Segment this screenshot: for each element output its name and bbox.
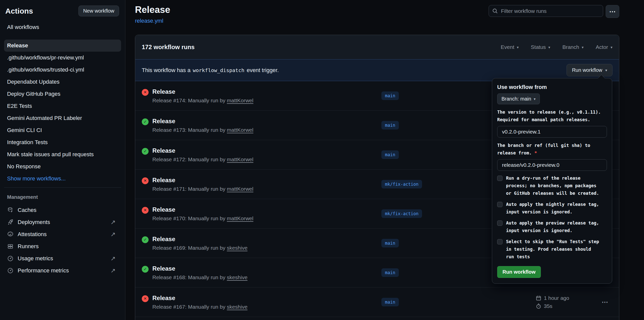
version-input-label: The version to release (e.g., v0.1.11). …	[497, 108, 607, 123]
all-workflows-link[interactable]: All workflows	[7, 24, 125, 30]
workflow-run-row: ✕ Release Release #167: Manually run by …	[135, 287, 619, 317]
management-label: Attestations	[18, 231, 106, 238]
branch-badge[interactable]: main	[381, 298, 399, 306]
dispatch-checkbox-row[interactable]: Select to skip the "Run Tests" step in t…	[497, 238, 607, 261]
sidebar-workflow-item[interactable]: Release	[4, 40, 121, 52]
checkbox[interactable]	[497, 239, 502, 244]
run-title-link[interactable]: Release	[152, 118, 253, 125]
run-status-icon: ✕	[142, 89, 149, 96]
run-actor-link[interactable]: skeshive	[227, 245, 247, 251]
run-title-link[interactable]: Release	[152, 177, 253, 184]
run-actor-link[interactable]: skeshive	[227, 304, 247, 310]
branch-badge[interactable]: main	[381, 121, 399, 130]
run-description: Release #171: Manually run by	[152, 186, 226, 192]
run-actor-link[interactable]: mattKorwel	[227, 127, 253, 133]
runs-count: 172 workflow runs	[142, 44, 194, 51]
workflow-name: No Response	[7, 163, 41, 170]
run-title-link[interactable]: Release	[152, 265, 247, 272]
branch-selector-button[interactable]: Branch: main ▾	[497, 93, 540, 104]
branch-badge[interactable]: mk/fix-action	[381, 209, 422, 218]
kebab-icon[interactable]: ⋯	[606, 5, 619, 18]
run-title-link[interactable]: Release	[152, 236, 247, 243]
sidebar-management-item[interactable]: Deployments ↗	[4, 216, 121, 228]
chevron-down-icon: ▾	[605, 68, 607, 72]
meter-icon	[7, 255, 14, 262]
branch-badge[interactable]: main	[381, 268, 399, 277]
branch-badge[interactable]: mk/fix-action	[381, 180, 422, 188]
run-actor-link[interactable]: mattKorwel	[227, 215, 253, 221]
run-workflow-submit-button[interactable]: Run workflow	[497, 266, 541, 278]
version-input[interactable]	[497, 126, 607, 138]
checkbox[interactable]	[497, 176, 502, 181]
run-description: Release #174: Manually run by	[152, 98, 226, 103]
run-kebab-icon[interactable]: ⋯	[597, 298, 612, 306]
run-description: Release #170: Manually run by	[152, 215, 226, 221]
chevron-down-icon: ▾	[534, 97, 536, 101]
workflow-name: .github/workflows/trusted-ci.yml	[7, 67, 84, 73]
new-workflow-button[interactable]: New workflow	[78, 6, 119, 16]
filter-dropdown-actor[interactable]: Actor ▾	[596, 44, 612, 50]
sidebar-workflow-item[interactable]: Integration Tests	[4, 136, 121, 148]
run-title-link[interactable]: Release	[152, 88, 253, 95]
run-workflow-dropdown-button[interactable]: Run workflow ▾	[567, 64, 612, 76]
workflow-file-link[interactable]: release.yml	[135, 18, 163, 24]
sidebar-workflow-item[interactable]: .github/workflows/pr-review.yml	[4, 52, 121, 64]
sidebar-title: Actions	[5, 7, 33, 15]
external-link-icon: ↗	[110, 255, 116, 262]
filter-runs-input[interactable]	[489, 5, 603, 17]
show-more-workflows-link[interactable]: Show more workflows...	[4, 173, 121, 185]
workflow-list: Release .github/workflows/pr-review.yml …	[0, 40, 125, 173]
run-actor-link[interactable]: mattKorwel	[227, 98, 253, 103]
external-link-icon: ↗	[110, 231, 116, 238]
run-actor-link[interactable]: skeshive	[227, 274, 247, 280]
filter-dropdown-status[interactable]: Status ▾	[531, 44, 550, 50]
sidebar-management-item[interactable]: Runners ↗	[4, 240, 121, 252]
run-actor-link[interactable]: mattKorwel	[227, 186, 253, 192]
branch-badge[interactable]: main	[381, 150, 399, 159]
ref-input-label: The branch or ref (full git sha) to rele…	[497, 142, 607, 157]
run-description: Release #167: Manually run by	[152, 304, 226, 310]
branch-badge[interactable]: main	[381, 91, 399, 100]
management-label: Usage metrics	[18, 255, 106, 262]
dispatch-checkbox-row[interactable]: Run a dry-run of the release process; no…	[497, 174, 607, 197]
chevron-down-icon: ▾	[548, 45, 550, 49]
workflow-dispatch-banner: This workflow has a workflow_dispatch ev…	[135, 59, 619, 81]
sidebar-workflow-item[interactable]: .github/workflows/trusted-ci.yml	[4, 64, 121, 76]
sidebar-management-item[interactable]: Usage metrics ↗	[4, 252, 121, 265]
run-description: Release #169: Manually run by	[152, 245, 226, 251]
sidebar-management-item[interactable]: Caches ↗	[4, 204, 121, 216]
management-heading: Management	[7, 194, 125, 200]
sidebar-workflow-item[interactable]: Dependabot Updates	[4, 76, 121, 88]
sidebar-management-item[interactable]: Performance metrics ↗	[4, 265, 121, 277]
run-status-icon: ✕	[142, 207, 149, 214]
run-status-icon: ✓	[142, 118, 149, 125]
sidebar-management-item[interactable]: Attestations ↗	[4, 228, 121, 240]
search-icon	[492, 8, 498, 14]
sidebar-workflow-item[interactable]: Gemini CLI CI	[4, 124, 121, 136]
filter-dropdown-branch[interactable]: Branch ▾	[562, 44, 583, 50]
sidebar-workflow-item[interactable]: E2E Tests	[4, 100, 121, 112]
workflow-dispatch-code: workflow_dispatch	[193, 67, 244, 73]
run-title-link[interactable]: Release	[152, 295, 247, 302]
run-title-link[interactable]: Release	[152, 206, 253, 213]
run-status-icon: ✓	[142, 266, 149, 273]
branch-badge[interactable]: main	[381, 239, 399, 247]
verified-icon	[7, 231, 14, 238]
run-actor-link[interactable]: mattKorwel	[227, 156, 253, 162]
ref-input[interactable]	[497, 159, 607, 171]
workflow-name: Mark stale issues and pull requests	[7, 151, 94, 158]
chevron-down-icon: ▾	[610, 45, 612, 49]
checkbox[interactable]	[497, 220, 502, 226]
filter-dropdown-event[interactable]: Event ▾	[501, 44, 519, 50]
partial-run-row	[135, 317, 619, 320]
management-label: Performance metrics	[18, 267, 106, 274]
external-link-icon: ↗	[110, 219, 116, 226]
sidebar-workflow-item[interactable]: Mark stale issues and pull requests	[4, 148, 121, 161]
sidebar-workflow-item[interactable]: Deploy GitHub Pages	[4, 88, 121, 100]
dispatch-checkbox-row[interactable]: Auto apply the nightly release tag, inpu…	[497, 201, 607, 216]
sidebar-workflow-item[interactable]: Gemini Automated PR Labeler	[4, 112, 121, 124]
sidebar-workflow-item[interactable]: No Response	[4, 161, 121, 173]
checkbox[interactable]	[497, 202, 502, 207]
run-title-link[interactable]: Release	[152, 147, 253, 154]
dispatch-checkbox-row[interactable]: Auto apply the preview release tag, inpu…	[497, 219, 607, 234]
